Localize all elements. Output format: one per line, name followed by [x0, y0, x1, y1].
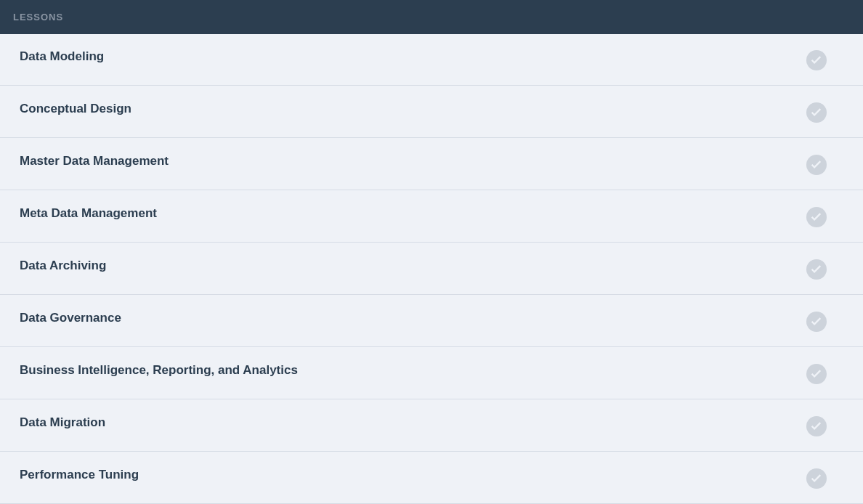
lesson-title: Meta Data Management	[20, 206, 157, 221]
lesson-title: Business Intelligence, Reporting, and An…	[20, 363, 298, 378]
lesson-item[interactable]: Business Intelligence, Reporting, and An…	[0, 347, 863, 399]
lesson-item[interactable]: Performance Tuning	[0, 452, 863, 504]
lesson-title: Data Archiving	[20, 259, 106, 273]
check-circle-icon	[806, 50, 827, 70]
check-circle-icon	[806, 102, 827, 123]
lesson-item[interactable]: Conceptual Design	[0, 86, 863, 138]
lesson-item[interactable]: Data Modeling	[0, 34, 863, 86]
lessons-header: LESSONS	[0, 0, 863, 34]
check-circle-icon	[806, 312, 827, 332]
lesson-title: Data Governance	[20, 311, 121, 325]
lesson-title: Data Migration	[20, 415, 105, 430]
lesson-item[interactable]: Data Migration	[0, 399, 863, 452]
lesson-item[interactable]: Data Governance	[0, 295, 863, 347]
lesson-item[interactable]: Data Archiving	[0, 243, 863, 295]
lesson-item[interactable]: Master Data Management	[0, 138, 863, 190]
lesson-title: Master Data Management	[20, 154, 169, 168]
check-circle-icon	[806, 207, 827, 227]
check-circle-icon	[806, 468, 827, 489]
lessons-header-title: LESSONS	[13, 12, 63, 23]
lesson-list: Data Modeling Conceptual Design Master D…	[0, 34, 863, 504]
check-circle-icon	[806, 259, 827, 280]
lesson-title: Conceptual Design	[20, 102, 131, 116]
check-circle-icon	[806, 364, 827, 384]
lesson-item[interactable]: Meta Data Management	[0, 190, 863, 243]
lesson-title: Data Modeling	[20, 49, 104, 64]
check-circle-icon	[806, 416, 827, 436]
check-circle-icon	[806, 155, 827, 175]
lesson-title: Performance Tuning	[20, 468, 139, 482]
